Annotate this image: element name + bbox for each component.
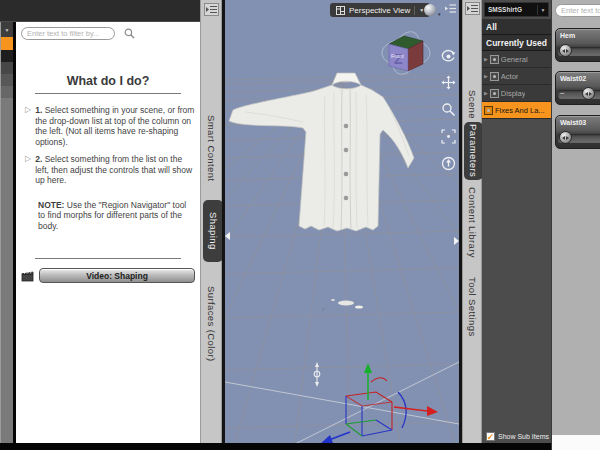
- shaping-filter-input[interactable]: [21, 27, 115, 40]
- collapse-left-panel-arrow[interactable]: [225, 232, 230, 240]
- daz-studio-window: ▼ What do I do? ▷ 1. Select something in…: [0, 0, 600, 450]
- shaping-filter-row: [16, 22, 200, 40]
- right-tab-strip: Scene Parameters Content Library Tool Se…: [462, 0, 482, 443]
- video-shaping-button[interactable]: Video: Shaping: [39, 268, 195, 283]
- tree-item-general[interactable]: ▶ General: [482, 51, 551, 68]
- view-selector-label: Perspective View: [349, 6, 410, 15]
- dropdown-arrow-icon: ▼: [437, 12, 441, 17]
- show-sub-items-row: ✓ Show Sub Items: [482, 429, 551, 444]
- rail-dropdown-button[interactable]: ▼: [1, 22, 13, 37]
- bullet-arrow-icon: ▷: [25, 154, 31, 186]
- rail-item[interactable]: [1, 86, 13, 98]
- parameter-group-icon: [490, 89, 499, 98]
- bottom-border-bar: [0, 443, 551, 450]
- viewport-3d[interactable]: Perspective View ▼ ▼: [225, 0, 459, 443]
- parameter-group-icon: [490, 72, 499, 81]
- panel-menu-icon[interactable]: [465, 2, 480, 15]
- search-icon[interactable]: [124, 28, 135, 39]
- viewport-options-icon[interactable]: [444, 3, 457, 14]
- left-tab-strip: Smart Content Shaping Surfaces (Color): [200, 0, 222, 443]
- divider: [35, 258, 181, 259]
- viewport-pane-icon: [336, 6, 345, 15]
- divider: [414, 6, 415, 15]
- parameters-group-list: SMSShirtG ▼ All Currently Used ▶ General…: [482, 0, 551, 447]
- rail-item[interactable]: [1, 50, 13, 62]
- draw-style-sphere-button[interactable]: [424, 4, 436, 16]
- tab-surfaces-color[interactable]: Surfaces (Color): [201, 268, 221, 380]
- transform-gizmo[interactable]: [320, 363, 438, 443]
- tab-parameters[interactable]: Parameters: [464, 122, 483, 180]
- slider-waist02: Waist02 −: [555, 71, 600, 105]
- dropdown-arrow-icon: ▼: [538, 7, 548, 13]
- tree-expand-icon[interactable]: ▶: [484, 56, 488, 62]
- tree-expand-icon[interactable]: ▶: [484, 73, 488, 79]
- tab-smart-content[interactable]: Smart Content: [201, 96, 221, 200]
- shape-selector-dropdown[interactable]: SMSShirtG ▼: [484, 2, 549, 17]
- tab-shaping[interactable]: Shaping: [203, 200, 223, 262]
- tree-item-display[interactable]: ▶ Display: [482, 85, 551, 102]
- divider: [35, 93, 181, 94]
- bullet-arrow-icon: ▷: [25, 105, 31, 147]
- help-heading: What do I do?: [16, 74, 200, 88]
- view-cube-front-label: Front: [391, 53, 404, 59]
- mesh-fragments: [322, 299, 363, 311]
- panel-menu-icon[interactable]: [204, 3, 219, 16]
- view-cube[interactable]: Z Front: [380, 28, 432, 76]
- frame-selection-icon[interactable]: [441, 129, 456, 144]
- tree-item-actor[interactable]: ▶ Actor: [482, 68, 551, 85]
- shaping-panel: What do I do? ▷ 1. Select something in y…: [16, 22, 200, 443]
- show-sub-items-checkbox[interactable]: ✓: [486, 432, 495, 441]
- rail-item[interactable]: [1, 62, 13, 74]
- orbit-camera-icon[interactable]: [441, 48, 456, 63]
- instruction-text: 1. Select something in your scene, or fr…: [35, 105, 195, 147]
- viewport-nav-toolbar: [441, 48, 456, 171]
- tree-expand-icon[interactable]: ▶: [484, 90, 488, 96]
- tab-tool-settings[interactable]: Tool Settings: [463, 272, 481, 342]
- universal-tool-icon: [314, 362, 320, 387]
- collapse-right-panel-arrow[interactable]: [454, 237, 459, 245]
- gizmo-x-arrow[interactable]: [394, 406, 438, 416]
- show-sub-items-label: Show Sub Items: [498, 433, 549, 440]
- slider-handle[interactable]: [559, 131, 572, 144]
- note-text: NOTE: Use the "Region Navigator" tool to…: [38, 200, 195, 232]
- decrement-icon[interactable]: −: [560, 90, 565, 98]
- group-row-all[interactable]: All: [482, 19, 551, 35]
- shape-selector-value: SMSShirtG: [485, 6, 537, 13]
- slider-handle[interactable]: [582, 87, 595, 100]
- tab-scene[interactable]: Scene: [463, 80, 481, 128]
- parameter-group-icon: [490, 55, 499, 64]
- rail-item[interactable]: [1, 74, 13, 86]
- parameters-filter-input[interactable]: [555, 4, 600, 17]
- slider-hem: Hem: [555, 28, 600, 62]
- slider-label: Waist02: [556, 72, 600, 82]
- reset-camera-icon[interactable]: [441, 156, 456, 171]
- left-panels-header-bar: [0, 0, 200, 22]
- sliders-footer: [552, 435, 600, 450]
- parameters-sliders-column: Hem Waist02 − Waist03: [551, 0, 600, 450]
- instruction-text: 2. Select something from the list on the…: [35, 154, 195, 186]
- slider-handle[interactable]: [559, 44, 572, 57]
- parameter-group-icon: [484, 106, 493, 115]
- rail-selected-item[interactable]: [1, 37, 13, 50]
- slider-label: Hem: [556, 29, 600, 39]
- video-row: Video: Shaping: [21, 268, 195, 283]
- tree-item-fixes-and-lashes[interactable]: Fixes And La...: [482, 102, 551, 119]
- check-icon: ✓: [487, 433, 495, 441]
- instructions-list: ▷ 1. Select something in your scene, or …: [25, 105, 195, 186]
- instruction-item: ▷ 1. Select something in your scene, or …: [25, 105, 195, 147]
- world-axis-lines: [225, 362, 459, 443]
- dropdown-arrow-icon: ▼: [5, 27, 10, 33]
- slider-label: Waist03: [556, 116, 600, 126]
- view-selector-dropdown[interactable]: Perspective View ▼: [330, 3, 430, 17]
- movie-clapper-icon: [21, 270, 34, 282]
- tab-content-library[interactable]: Content Library: [463, 184, 481, 260]
- left-clipped-panel-rail: ▼: [0, 22, 13, 443]
- zoom-camera-icon[interactable]: [441, 102, 456, 117]
- group-row-currently-used[interactable]: Currently Used: [482, 35, 551, 51]
- pan-camera-icon[interactable]: [441, 75, 456, 90]
- gizmo-z-arrow[interactable]: [320, 432, 350, 443]
- instruction-item: ▷ 2. Select something from the list on t…: [25, 154, 195, 186]
- slider-waist03: Waist03: [555, 115, 600, 149]
